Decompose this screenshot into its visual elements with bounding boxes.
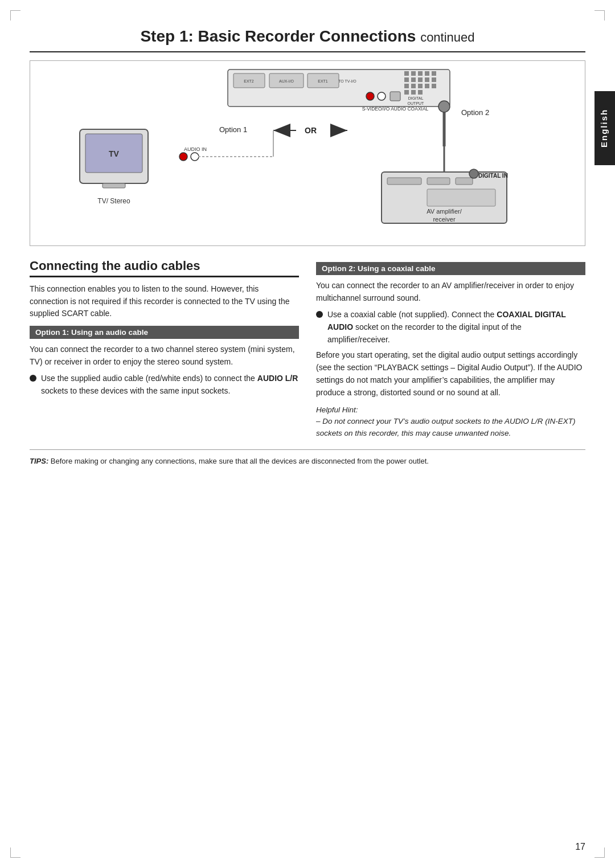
svg-rect-12 (411, 77, 416, 82)
svg-text:AUX-I/O: AUX-I/O (279, 79, 294, 83)
svg-rect-16 (418, 84, 423, 88)
tips-text: Before making or changing any connection… (51, 457, 429, 465)
bullet-dot-1 (30, 375, 36, 382)
svg-text:AUDIO IN: AUDIO IN (184, 146, 207, 152)
bullet-dot-2 (316, 311, 323, 318)
svg-rect-14 (404, 84, 409, 88)
svg-rect-25 (432, 84, 436, 88)
svg-rect-28 (390, 92, 400, 101)
title-suffix: continued (420, 30, 474, 44)
svg-text:DIGITAL IN: DIGITAL IN (478, 173, 508, 179)
svg-rect-44 (102, 183, 125, 188)
option1-bullet-bold: AUDIO L/R (257, 374, 298, 383)
diagram-area: EXT2 AUX-I/O EXT1 TO TV-I/O (30, 60, 585, 246)
svg-point-33 (438, 101, 450, 112)
helpful-hint: Helpful Hint: – Do not connect your TV’s… (316, 404, 585, 439)
svg-point-47 (191, 153, 199, 161)
svg-rect-20 (425, 71, 429, 76)
svg-point-26 (366, 92, 374, 100)
hint-title: Helpful Hint: (316, 404, 585, 416)
svg-rect-13 (418, 77, 423, 82)
svg-text:Option 1: Option 1 (219, 125, 247, 134)
option2-intro: You can connect the recorder to an AV am… (316, 280, 585, 304)
svg-rect-53 (427, 178, 450, 185)
svg-text:OR: OR (305, 126, 317, 135)
svg-point-27 (378, 92, 386, 100)
option1-bullet-text: Use the supplied audio cable (red/white … (41, 372, 299, 397)
hint-body: – Do not connect your TV’s audio output … (316, 416, 585, 439)
corner-mark-tl (10, 10, 20, 21)
svg-rect-19 (418, 90, 423, 95)
svg-rect-55 (427, 189, 495, 206)
option2-bullet: Use a coaxial cable (not supplied). Conn… (316, 309, 585, 346)
svg-text:S-VIDEO/I/O   AUDIO   COAXIAL: S-VIDEO/I/O AUDIO COAXIAL (362, 106, 429, 112)
svg-rect-52 (387, 178, 421, 185)
corner-mark-bl (10, 847, 20, 858)
option1-bullet-end: sockets to these devices with the same i… (41, 386, 230, 395)
svg-rect-8 (404, 71, 409, 76)
svg-text:AV amplifier/: AV amplifier/ (427, 208, 462, 215)
svg-rect-11 (404, 77, 409, 82)
svg-rect-24 (425, 84, 429, 88)
svg-text:TV: TV (109, 149, 120, 158)
option1-bullet-start: Use the supplied audio cable (red/white … (41, 374, 257, 383)
section-heading: Connecting the audio cables (30, 259, 299, 277)
svg-text:Option 2: Option 2 (461, 108, 489, 117)
title-main: Step 1: Basic Recorder Connections (140, 27, 416, 45)
option1-bullet: Use the supplied audio cable (red/white … (30, 372, 299, 397)
left-column: Connecting the audio cables This connect… (30, 256, 299, 439)
right-column: Option 2: Using a coaxial cable You can … (316, 256, 585, 439)
option2-bar: Option 2: Using a coaxial cable (316, 262, 585, 275)
page-title: Step 1: Basic Recorder Connections conti… (30, 17, 585, 52)
svg-rect-22 (425, 77, 429, 82)
main-content: Step 1: Basic Recorder Connections conti… (30, 17, 585, 851)
svg-text:TO TV-I/O: TO TV-I/O (338, 79, 356, 83)
svg-rect-17 (404, 90, 409, 95)
option2-bullet-text: Use a coaxial cable (not supplied). Conn… (327, 309, 585, 346)
svg-rect-23 (432, 77, 436, 82)
svg-text:EXT1: EXT1 (318, 79, 328, 83)
svg-point-60 (469, 169, 478, 178)
option2-body2: Before you start operating, set the digi… (316, 349, 585, 399)
side-tab-english: English (594, 91, 615, 165)
section-intro: This connection enables you to listen to… (30, 283, 299, 320)
svg-text:TV/ Stereo: TV/ Stereo (97, 197, 130, 205)
svg-rect-54 (456, 178, 473, 185)
option1-bar: Option 1: Using an audio cable (30, 326, 299, 339)
option2-bullet-end: socket on the recorder to the digital in… (327, 322, 522, 344)
svg-rect-15 (411, 84, 416, 88)
svg-point-46 (179, 153, 187, 161)
svg-rect-21 (432, 71, 436, 76)
option1-body: You can connect the recorder to a two ch… (30, 343, 299, 368)
svg-text:EXT2: EXT2 (244, 79, 254, 83)
diagram-svg: EXT2 AUX-I/O EXT1 TO TV-I/O (40, 67, 575, 238)
svg-rect-9 (411, 71, 416, 76)
tips-bar: TIPS: Before making or changing any conn… (30, 449, 585, 467)
corner-mark-tr (594, 10, 605, 21)
option2-bullet-start: Use a coaxial cable (not supplied). Conn… (327, 310, 497, 319)
svg-text:DIGITAL: DIGITAL (408, 96, 424, 100)
svg-text:receiver: receiver (433, 216, 455, 223)
corner-mark-br (594, 847, 605, 858)
svg-text:OUTPUT: OUTPUT (408, 101, 425, 105)
diagram-illustration: EXT2 AUX-I/O EXT1 TO TV-I/O (40, 67, 575, 238)
svg-rect-10 (418, 71, 423, 76)
tips-label: TIPS: (30, 457, 48, 465)
svg-rect-18 (411, 90, 416, 95)
two-column-content: Connecting the audio cables This connect… (30, 256, 585, 439)
